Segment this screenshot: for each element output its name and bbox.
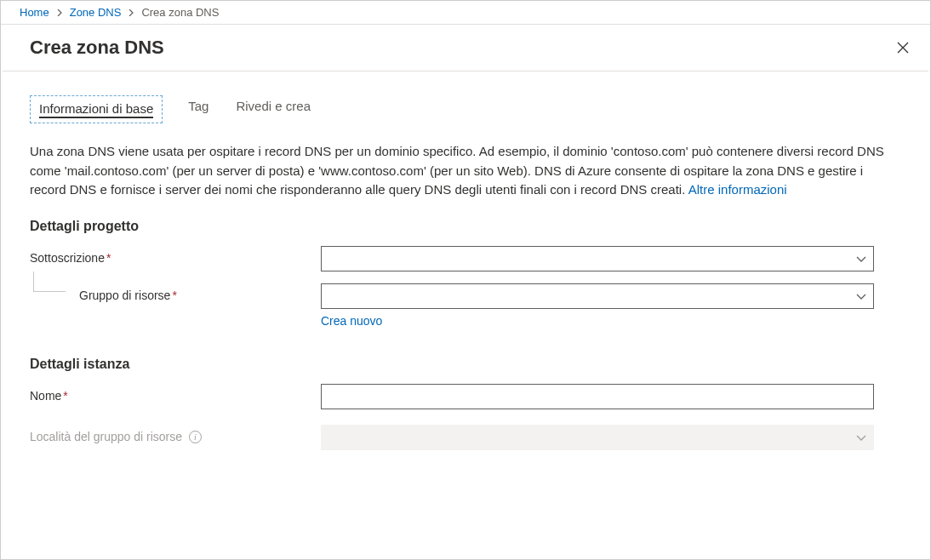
- breadcrumb: Home Zone DNS Crea zona DNS: [1, 1, 930, 25]
- required-marker: *: [106, 251, 111, 265]
- breadcrumb-separator: [128, 6, 134, 19]
- required-marker: *: [63, 389, 67, 403]
- subscription-select[interactable]: [321, 246, 874, 271]
- breadcrumb-current: Crea zona DNS: [141, 6, 219, 19]
- tabs: Informazioni di base Tag Rivedi e crea: [30, 95, 901, 123]
- tab-tags[interactable]: Tag: [186, 95, 210, 123]
- page-title: Crea zona DNS: [30, 37, 164, 59]
- close-button[interactable]: [893, 37, 913, 58]
- required-marker: *: [172, 289, 176, 302]
- description-text: Una zona DNS viene usata per ospitare i …: [30, 142, 889, 200]
- close-icon: [897, 42, 909, 54]
- learn-more-link[interactable]: Altre informazioni: [688, 182, 787, 197]
- tab-basics[interactable]: Informazioni di base: [30, 95, 163, 123]
- section-project-details: Dettagli progetto: [30, 219, 901, 234]
- breadcrumb-home[interactable]: Home: [20, 6, 49, 19]
- info-icon[interactable]: i: [189, 431, 202, 443]
- name-label: Nome: [30, 389, 61, 403]
- chevron-down-icon: [856, 252, 866, 266]
- rg-location-select: [321, 425, 874, 450]
- resource-group-label: Gruppo di risorse: [79, 289, 170, 302]
- chevron-down-icon: [856, 431, 866, 444]
- create-new-link[interactable]: Crea nuovo: [321, 314, 382, 328]
- section-instance-details: Dettagli istanza: [30, 357, 901, 372]
- tab-review[interactable]: Rivedi e crea: [234, 95, 312, 123]
- indent-connector: [33, 271, 66, 292]
- chevron-down-icon: [856, 289, 866, 303]
- rg-location-label: Località del gruppo di risorse: [30, 430, 182, 443]
- breadcrumb-separator: [56, 6, 63, 19]
- name-input[interactable]: [321, 384, 874, 409]
- subscription-label: Sottoscrizione: [30, 251, 105, 265]
- breadcrumb-zones[interactable]: Zone DNS: [70, 6, 122, 19]
- resource-group-select[interactable]: [321, 283, 874, 309]
